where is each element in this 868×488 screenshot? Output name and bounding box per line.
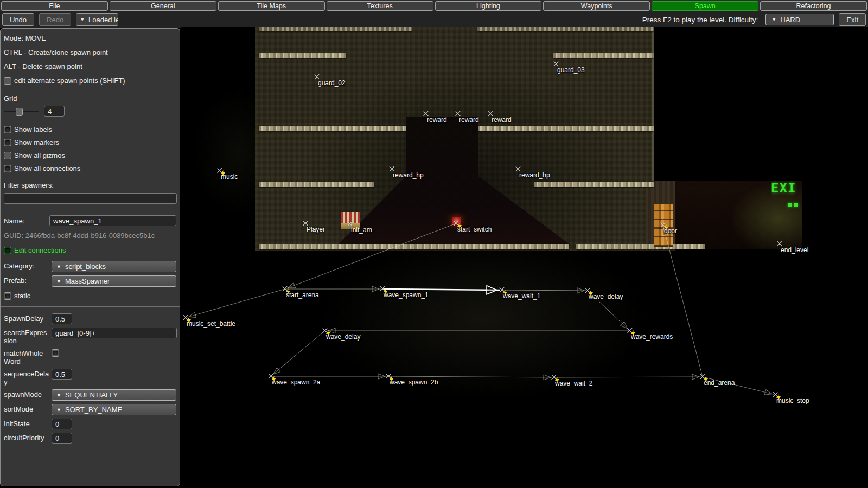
tab-tile-maps[interactable]: Tile Maps (218, 1, 325, 11)
initstate-label: InitState (4, 419, 49, 428)
level-canvas[interactable]: EXI guard_02guard_03rewardrewardrewardmu… (181, 27, 868, 488)
show-labels-label: Show labels (14, 125, 52, 133)
spawner-label: wave_delay (326, 333, 360, 341)
spawner-label: wave_wait_2 (555, 380, 592, 387)
difficulty-value: HARD (780, 16, 800, 24)
tab-file[interactable]: File (1, 1, 108, 11)
connection-arrowhead (288, 283, 296, 288)
spawner-label: wave_spawn_2a (272, 378, 320, 386)
show-all-connections-label: Show all connections (14, 164, 80, 172)
ctrl-hint-text: CTRL - Create/clone spawn point (4, 48, 176, 56)
connection-arrowhead (487, 286, 497, 294)
chevron-down-icon: ▼ (771, 17, 776, 22)
tab-general[interactable]: General (110, 1, 216, 11)
guid-text: GUID: 2466fbda-bc8f-4ddd-b916-0089bcec5b… (4, 232, 176, 240)
spawner-label: start_switch (457, 226, 492, 233)
sortmode-label: sortMode (4, 404, 49, 413)
matchwholeword-checkbox[interactable] (52, 349, 59, 357)
toolbar: Undo Redo ▼ Loaded lev Press F2 to play … (0, 11, 868, 28)
grid-slider[interactable] (4, 111, 39, 112)
redo-button[interactable]: Redo (39, 13, 71, 26)
name-label: Name: (4, 217, 49, 225)
spawner-label: wave_delay (589, 293, 623, 300)
play-hint-text: Press F2 to play the level. Difficulty: (642, 16, 758, 24)
alt-spawn-checkbox[interactable] (4, 77, 11, 85)
spawner-label: end_level (781, 246, 808, 254)
tab-lighting[interactable]: Lighting (435, 1, 542, 11)
show-all-gizmos-checkbox[interactable] (4, 152, 11, 159)
edit-connections-checkbox[interactable] (4, 247, 11, 254)
connection-arrowhead (764, 390, 772, 395)
connection-arrowhead (372, 286, 379, 292)
show-all-connections-checkbox[interactable] (4, 165, 11, 172)
spawner-label: music_set_battle (187, 320, 235, 328)
spawner-label: music_stop (776, 397, 809, 404)
grid-label: Grid (4, 94, 176, 102)
spawner-label: reward (427, 116, 447, 124)
menu-bar: File General Tile Maps Textures Lighting… (0, 0, 868, 11)
prefab-value: MassSpawner (65, 277, 110, 285)
connection-arrowhead (577, 288, 584, 293)
spawner-label: wave_wait_1 (503, 292, 540, 300)
grid-value-input[interactable] (44, 106, 65, 117)
circuitpriority-input[interactable] (52, 433, 72, 444)
sequencedelay-label: sequenceDelay (4, 369, 49, 386)
connection-end_arena-door (663, 227, 703, 377)
undo-button[interactable]: Undo (2, 13, 34, 26)
spawnmode-label: spawnMode (4, 389, 49, 399)
spawner-label: reward_hp (393, 171, 424, 179)
spawner-label: start_arena (286, 291, 319, 299)
difficulty-dropdown[interactable]: ▼ HARD (765, 14, 834, 25)
spawner-label: Player (307, 226, 325, 233)
edit-connections-label: Edit connections (14, 246, 66, 254)
category-label: Category: (4, 261, 49, 270)
spawner-label: reward (492, 116, 512, 124)
tab-waypoints[interactable]: Waypoints (543, 1, 650, 11)
chevron-down-icon: ▼ (56, 279, 61, 284)
matchwholeword-label: matchWholeWord (4, 348, 49, 365)
category-value: script_blocks (65, 262, 106, 271)
spawner-label: guard_03 (557, 66, 585, 74)
tab-textures[interactable]: Textures (327, 1, 433, 11)
loaded-level-dropdown[interactable]: ▼ Loaded lev (76, 13, 118, 26)
connection-start_arena-music_set_battle (187, 289, 285, 317)
exit-button[interactable]: Exit (839, 13, 866, 26)
searchexpression-label: searchExpression (4, 328, 49, 345)
spawner-label: reward_hp (519, 171, 550, 179)
sortmode-value: SORT_BY_NAME (65, 406, 122, 414)
sortmode-dropdown[interactable]: ▼ SORT_BY_NAME (52, 404, 176, 415)
initstate-input[interactable] (52, 419, 72, 429)
sequencedelay-input[interactable] (52, 369, 72, 380)
spawndelay-input[interactable] (52, 313, 72, 324)
static-label: static (14, 292, 30, 300)
connection-arrowhead (273, 368, 280, 374)
loaded-level-label: Loaded lev (88, 16, 118, 24)
spawnmode-dropdown[interactable]: ▼ SEQUENTIALLY (52, 389, 176, 401)
chevron-down-icon: ▼ (80, 17, 85, 22)
show-labels-checkbox[interactable] (4, 126, 11, 133)
tab-spawn[interactable]: Spawn (652, 1, 758, 11)
connection-arrowhead (692, 374, 699, 380)
spawner-label: reward (459, 116, 479, 124)
chevron-down-icon: ▼ (56, 264, 61, 269)
spawner-label: end_arena (704, 379, 735, 387)
category-dropdown[interactable]: ▼ script_blocks (52, 261, 176, 272)
connection-arrowhead (378, 374, 385, 379)
circuitpriority-label: circuitPriority (4, 433, 49, 442)
tab-refactoring[interactable]: Refactoring (760, 1, 867, 11)
connection-wave_wait_2-end_arena (554, 377, 701, 377)
filter-spawners-input[interactable] (4, 193, 177, 204)
show-markers-label: Show markers (14, 138, 59, 146)
spawndelay-label: SpawnDelay (4, 313, 49, 323)
connection-wave_spawn_2b-wave_wait_2 (388, 376, 552, 377)
grid-slider-knob[interactable] (16, 108, 23, 116)
show-markers-checkbox[interactable] (4, 139, 11, 146)
prefab-dropdown[interactable]: ▼ MassSpawner (52, 275, 176, 287)
filter-spawners-label: Filter spawners: (4, 181, 176, 189)
chevron-down-icon: ▼ (56, 407, 61, 413)
spawner-label: music (221, 173, 238, 181)
divider (1, 306, 180, 307)
static-checkbox[interactable] (4, 292, 11, 300)
searchexpression-input[interactable] (52, 328, 177, 338)
name-input[interactable] (49, 215, 176, 226)
